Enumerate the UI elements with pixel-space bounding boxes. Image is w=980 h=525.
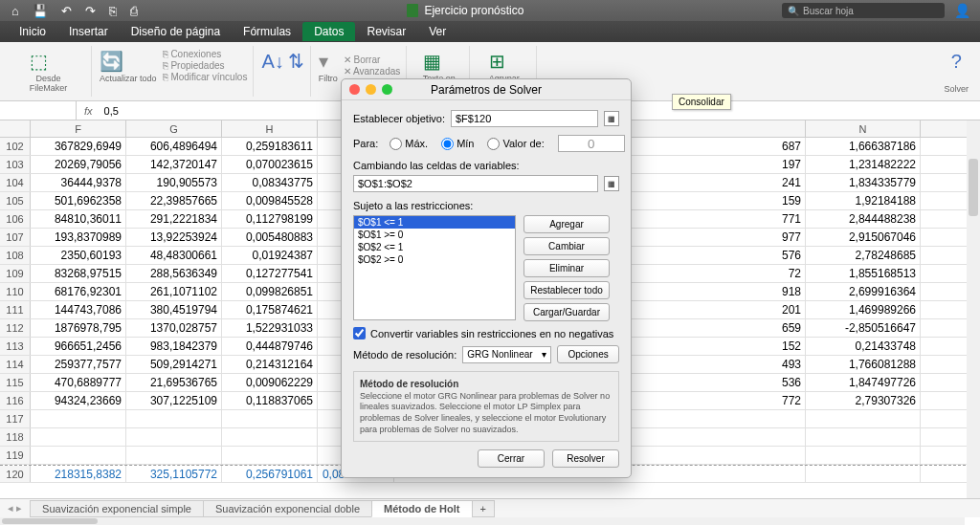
ribtab-revisar[interactable]: Revisar — [355, 22, 417, 41]
ribtab-insertar[interactable]: Insertar — [57, 22, 120, 41]
add-sheet[interactable]: + — [472, 500, 495, 517]
cell[interactable]: 0,256791061 — [222, 466, 318, 482]
import-icon[interactable]: ⬚ — [30, 48, 68, 75]
minimize-icon[interactable] — [366, 84, 376, 95]
cell[interactable] — [31, 428, 126, 446]
refresh-icon[interactable]: 🔄 — [100, 48, 157, 75]
cell[interactable]: 0,070023615 — [222, 156, 318, 173]
row-header[interactable]: 104 — [0, 174, 31, 191]
copy-icon[interactable]: ⎘ — [109, 4, 117, 18]
cell[interactable]: 0,118837065 — [222, 392, 318, 409]
cell[interactable]: -2,850516647 — [806, 319, 921, 337]
cell[interactable]: 22,39857665 — [126, 192, 222, 209]
constraint-item[interactable]: $O$1 >= 0 — [354, 229, 515, 241]
cell[interactable]: 36444,9378 — [31, 174, 126, 191]
cell[interactable]: 0,08343775 — [222, 174, 318, 191]
ribtab-datos[interactable]: Datos — [302, 22, 355, 41]
import-icon[interactable]: ⬚ — [36, 94, 61, 101]
cell[interactable]: 0,214312164 — [222, 356, 318, 373]
solve-button[interactable]: Resolver — [552, 449, 619, 468]
radio-valor[interactable]: Valor de: — [487, 138, 544, 150]
horizontal-scrollbar[interactable] — [0, 517, 965, 525]
cell[interactable]: 1,847497726 — [806, 374, 921, 391]
cell[interactable]: 307,1225109 — [126, 392, 222, 409]
ribtab-inicio[interactable]: Inicio — [8, 22, 57, 41]
cell[interactable]: 259377,7577 — [31, 356, 126, 373]
row-header[interactable]: 118 — [0, 428, 31, 446]
cell[interactable]: 84810,36011 — [31, 210, 126, 228]
cell[interactable]: 1,666387186 — [806, 138, 921, 155]
row-header[interactable]: 119 — [0, 447, 31, 464]
valor-input[interactable] — [558, 135, 625, 152]
reset-button[interactable]: Restablecer todo — [523, 281, 610, 299]
options-button[interactable]: Opciones — [557, 345, 619, 363]
sheet-tab[interactable]: Suavización exponencial doble — [203, 500, 372, 517]
cell[interactable]: 509,2914271 — [126, 356, 222, 373]
cell[interactable]: 0,009845528 — [222, 192, 318, 209]
cell[interactable]: 291,2221834 — [126, 210, 222, 228]
row-header[interactable]: 110 — [0, 283, 31, 300]
row-header[interactable]: 120 — [0, 466, 31, 482]
cell[interactable]: 0,099826851 — [222, 283, 318, 300]
cell[interactable] — [222, 447, 318, 464]
cell[interactable]: 2350,60193 — [31, 247, 126, 264]
vars-input[interactable] — [353, 175, 598, 192]
method-select[interactable]: GRG Nonlinear▾ — [462, 346, 551, 363]
undo-icon[interactable]: ↶ — [61, 4, 72, 18]
cell[interactable]: 83268,97515 — [31, 265, 126, 282]
group-icon[interactable]: ⊞ — [489, 48, 520, 75]
cell[interactable] — [31, 410, 126, 427]
cell[interactable] — [806, 410, 921, 427]
row-header[interactable]: 108 — [0, 247, 31, 264]
cell[interactable]: 2,844488238 — [806, 210, 921, 228]
cell[interactable]: 470,6889777 — [31, 374, 126, 391]
cell[interactable]: 190,905573 — [126, 174, 222, 191]
sheet-tab[interactable]: Suavización exponencial simple — [30, 500, 204, 517]
ribbon-sub[interactable]: ⎘ Propiedades — [163, 60, 248, 71]
ribtab-diseño de página[interactable]: Diseño de página — [120, 22, 232, 41]
cell[interactable]: 2,78248685 — [806, 247, 921, 264]
cell[interactable]: 0,005480883 — [222, 229, 318, 246]
user-icon[interactable]: 👤 — [954, 3, 970, 18]
constraint-item[interactable]: $O$1 <= 1 — [354, 216, 515, 229]
cell[interactable]: 0,127277541 — [222, 265, 318, 282]
objective-input[interactable] — [451, 110, 598, 127]
row-header[interactable]: 116 — [0, 392, 31, 409]
search-box[interactable]: 🔍 Buscar hoja — [782, 3, 945, 18]
cell[interactable] — [31, 447, 126, 464]
cell[interactable]: 1,469989266 — [806, 301, 921, 318]
cell[interactable] — [222, 410, 318, 427]
nonneg-checkbox[interactable] — [353, 327, 366, 339]
cell[interactable]: 288,5636349 — [126, 265, 222, 282]
cell[interactable]: 1,766081288 — [806, 356, 921, 373]
cell[interactable]: 1,231482222 — [806, 156, 921, 173]
cell[interactable]: 20269,79056 — [31, 156, 126, 173]
redo-icon[interactable]: ↷ — [85, 4, 96, 18]
row-header[interactable]: 113 — [0, 338, 31, 355]
cell[interactable]: 2,915067046 — [806, 229, 921, 246]
row-header[interactable]: 106 — [0, 210, 31, 228]
cell[interactable]: 21,69536765 — [126, 374, 222, 391]
tab-nav[interactable]: ◂ ▸ — [8, 502, 22, 514]
cell[interactable] — [126, 447, 222, 464]
add-button[interactable]: Agregar — [523, 215, 610, 233]
range-picker-icon[interactable]: ▦ — [604, 111, 619, 126]
row-header[interactable]: 111 — [0, 301, 31, 318]
constraint-item[interactable]: $O$2 >= 0 — [354, 253, 515, 266]
cell[interactable]: 1,855168513 — [806, 265, 921, 282]
solver-icon[interactable]: ? — [951, 48, 962, 75]
data-tool-icon[interactable]: ▦ — [423, 48, 456, 75]
delete-button[interactable]: Eliminar — [523, 259, 610, 277]
cell[interactable] — [806, 447, 921, 464]
range-picker-icon[interactable]: ▦ — [604, 176, 619, 191]
cell[interactable]: 0,009062229 — [222, 374, 318, 391]
row-header[interactable]: 117 — [0, 410, 31, 427]
cell[interactable]: 1,522931033 — [222, 319, 318, 337]
cell[interactable]: 142,3720147 — [126, 156, 222, 173]
radio-max[interactable]: Máx. — [390, 138, 428, 150]
row-header[interactable]: 107 — [0, 229, 31, 246]
cell[interactable]: 94324,23669 — [31, 392, 126, 409]
zoom-icon[interactable] — [382, 84, 392, 95]
radio-min[interactable]: Mín — [441, 138, 474, 150]
print-icon[interactable]: ⎙ — [130, 4, 138, 18]
